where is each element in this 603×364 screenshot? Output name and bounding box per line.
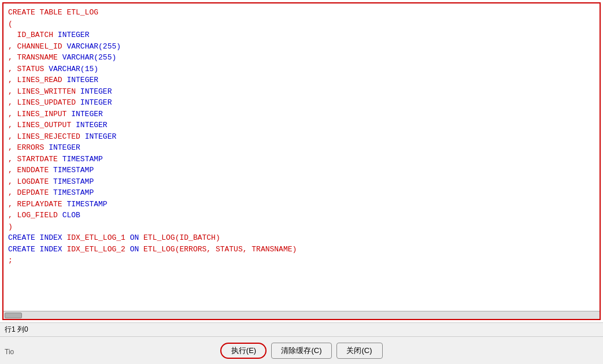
status-bar: 行1 列0 <box>0 322 603 336</box>
bottom-label: Tio <box>5 348 14 356</box>
code-editor[interactable]: CREATE TABLE ETL_LOG( ID_BATCH INTEGER, … <box>3 3 600 311</box>
execute-button[interactable]: 执行(E) <box>220 343 267 359</box>
clear-cache-button[interactable]: 清除缓存(C) <box>271 343 331 359</box>
close-button[interactable]: 关闭(C) <box>336 343 383 359</box>
bottom-bar: Tio 执行(E) 清除缓存(C) 关闭(C) <box>0 336 603 364</box>
cursor-position: 行1 列0 <box>5 325 28 335</box>
main-window: CREATE TABLE ETL_LOG( ID_BATCH INTEGER, … <box>0 0 603 364</box>
editor-area: CREATE TABLE ETL_LOG( ID_BATCH INTEGER, … <box>2 2 601 320</box>
scrollbar-thumb[interactable] <box>5 313 22 318</box>
horizontal-scrollbar[interactable] <box>3 311 600 319</box>
